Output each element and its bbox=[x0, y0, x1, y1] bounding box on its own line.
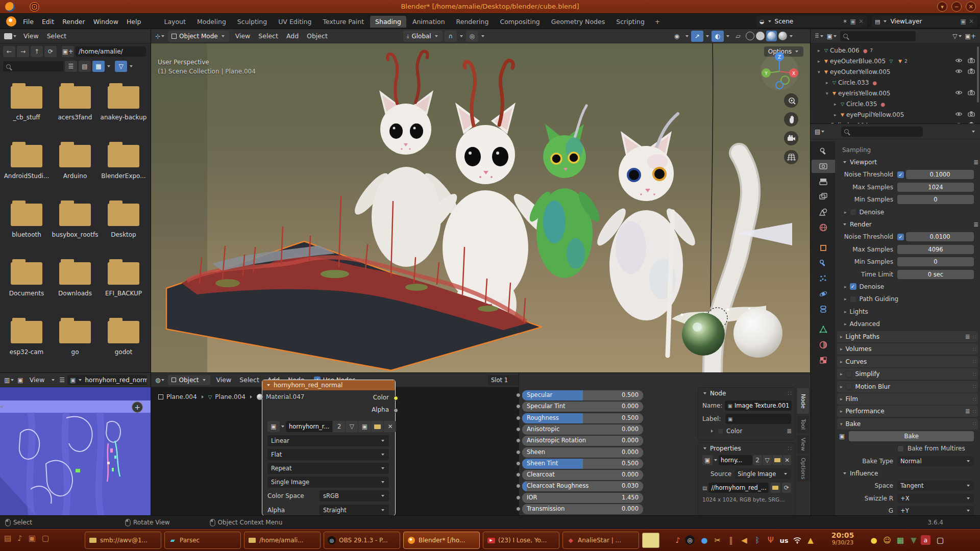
menu-view[interactable]: View bbox=[20, 32, 42, 40]
object-properties-tab[interactable] bbox=[812, 241, 835, 255]
clock[interactable]: 20:05 9/30/23 bbox=[824, 531, 862, 546]
outliner-search-input[interactable] bbox=[840, 31, 916, 41]
checkbox[interactable]: ✓ bbox=[850, 283, 856, 290]
source-dropdown[interactable]: Single Image bbox=[734, 469, 791, 479]
folder-item-godot[interactable]: godot bbox=[100, 317, 147, 356]
drag-grip-icon[interactable]: ∷ bbox=[973, 334, 976, 340]
value-field[interactable]: 0 bbox=[897, 195, 974, 204]
back-button[interactable]: ← bbox=[3, 46, 15, 57]
value-field[interactable]: 0 bbox=[897, 257, 974, 266]
bsdf-slider-clearcoat[interactable]: Clearcoat0.000 bbox=[522, 470, 643, 480]
calculator-icon[interactable]: ▦ bbox=[894, 533, 906, 548]
create-directory-button[interactable]: ▣+ bbox=[62, 46, 74, 57]
editor-type-button[interactable]: ⠿ bbox=[815, 33, 824, 40]
reload-icon[interactable]: ⟳ bbox=[782, 483, 791, 493]
workspace-tab-rendering[interactable]: Rendering bbox=[451, 16, 494, 28]
launcher-doc-icon[interactable]: ▢ bbox=[42, 534, 49, 543]
workspace-tab-scripting[interactable]: Scripting bbox=[611, 16, 650, 28]
fake-user-shield-icon[interactable]: ▽ bbox=[346, 421, 358, 432]
folder-item-blenderexpo[interactable]: BlenderExpo... bbox=[100, 141, 147, 180]
visibility-eye-icon[interactable]: ◉ bbox=[671, 31, 683, 42]
checkbox[interactable] bbox=[897, 445, 904, 452]
unlink-icon[interactable]: ✕ bbox=[783, 455, 791, 465]
bsdf-slider-ior[interactable]: IOR1.450 bbox=[522, 493, 643, 503]
menu-window[interactable]: Window bbox=[90, 17, 122, 26]
wifi-icon[interactable] bbox=[791, 533, 803, 548]
output-properties-tab[interactable] bbox=[812, 175, 835, 188]
editor-type-button[interactable]: ▥ bbox=[4, 377, 15, 384]
image-name-field[interactable]: hornyhorn_r... bbox=[286, 421, 332, 432]
input-socket[interactable] bbox=[516, 416, 521, 420]
constraints-properties-tab[interactable] bbox=[812, 303, 835, 316]
tool-properties-tab[interactable] bbox=[812, 144, 835, 158]
unlink-scene-icon[interactable]: ✕ bbox=[859, 18, 864, 25]
panel-film[interactable]: ▸Film∷ bbox=[837, 393, 978, 405]
value-field[interactable]: 4096 bbox=[897, 245, 974, 254]
book-icon[interactable]: a bbox=[921, 535, 930, 545]
remove-layer-icon[interactable]: ✕ bbox=[969, 18, 974, 25]
expand-arrow-icon[interactable]: ▾ bbox=[818, 69, 824, 74]
hamburger-menu-icon[interactable]: ☰ bbox=[59, 377, 65, 384]
subsection-viewport[interactable]: Viewport≣ bbox=[837, 157, 978, 167]
material-preview-button[interactable] bbox=[766, 31, 777, 41]
path-field[interactable]: /home/amalie/ bbox=[76, 46, 146, 57]
folder-item-downloads[interactable]: Downloads bbox=[52, 258, 99, 297]
properties-search-input[interactable] bbox=[841, 127, 923, 137]
modifiers-properties-tab[interactable] bbox=[812, 257, 835, 270]
bluetooth-icon[interactable]: ᛒ bbox=[751, 533, 764, 548]
bsdf-slider-specular[interactable]: Specular0.500 bbox=[522, 390, 643, 400]
updates-icon[interactable]: ▲ bbox=[804, 533, 817, 548]
physics-properties-tab[interactable] bbox=[812, 287, 835, 300]
taskbar-window-smb-awv-1[interactable]: smb://awv@1... bbox=[85, 532, 161, 549]
camera-view-icon[interactable] bbox=[784, 131, 798, 145]
disable-render-icon[interactable] bbox=[968, 90, 975, 97]
mode-selector[interactable]: Object Mode bbox=[168, 31, 229, 42]
presets-icon[interactable]: ≣ bbox=[965, 333, 970, 340]
show-gizmo-button[interactable]: ↗ bbox=[691, 31, 703, 42]
panel-motion-blur[interactable]: ▸Motion Blur∷ bbox=[837, 381, 978, 392]
workspace-tab-sculpting[interactable]: Sculpting bbox=[232, 16, 272, 28]
disable-render-icon[interactable] bbox=[968, 68, 975, 76]
unlink-icon[interactable]: ✕ bbox=[384, 421, 396, 432]
display-mode-button[interactable]: ▣ bbox=[827, 33, 838, 40]
drag-grip-icon[interactable]: ∷ bbox=[973, 371, 976, 377]
menu-view[interactable]: View bbox=[232, 32, 254, 40]
scene-properties-tab[interactable] bbox=[812, 206, 835, 219]
checkbox[interactable] bbox=[846, 371, 852, 378]
zoom-tool-icon[interactable] bbox=[784, 93, 798, 108]
view-layer-selector[interactable]: ▤ ViewLayer ▣ ✕ bbox=[872, 16, 977, 27]
workspace-tab-shading[interactable]: Shading bbox=[370, 16, 406, 28]
object-data-properties-tab[interactable] bbox=[812, 323, 835, 336]
collapsed-lights[interactable]: ▸Lights bbox=[837, 306, 978, 317]
bsdf-slider-anisotropic-rotation[interactable]: Anisotropic Rotation0.000 bbox=[522, 436, 643, 446]
value-field[interactable]: 0.0100 bbox=[906, 232, 974, 241]
launcher-files-icon[interactable]: ▣ bbox=[29, 534, 36, 543]
new-scene-icon[interactable]: ▣ bbox=[850, 18, 856, 25]
checkbox[interactable] bbox=[850, 209, 856, 215]
expand-arrow-icon[interactable]: ▸ bbox=[818, 59, 824, 64]
pin-icon[interactable]: ✶ bbox=[843, 18, 848, 25]
show-overlays-button[interactable]: ◐ bbox=[712, 31, 724, 42]
collapsed-path-guiding[interactable]: ▸Path Guiding bbox=[837, 294, 978, 305]
checkbox[interactable] bbox=[850, 296, 856, 303]
outliner-item-circle-033[interactable]: ▸▽Circle.033● bbox=[811, 78, 980, 88]
close-button[interactable]: ✕ bbox=[966, 2, 976, 12]
menu-select[interactable]: Select bbox=[236, 375, 263, 384]
drag-grip-icon[interactable]: ∷ bbox=[973, 384, 976, 389]
outliner-item-eyeouterblue-005[interactable]: ▸▼eyeOuterBlue.005▽▼2 bbox=[811, 56, 980, 66]
menu-edit[interactable]: Edit bbox=[38, 17, 58, 26]
node-label-field[interactable]: ▣ bbox=[725, 414, 791, 424]
filter-funnel-icon[interactable]: ▽ bbox=[952, 33, 962, 40]
hide-viewport-icon[interactable] bbox=[955, 111, 963, 118]
taskbar-window-home-amali[interactable]: /home/amali... bbox=[244, 532, 321, 549]
collapsed-denoise[interactable]: ▸Denoise bbox=[837, 207, 978, 217]
outliner-item-circle-035[interactable]: ▸▽Circle.035● bbox=[811, 99, 980, 109]
image-selector[interactable]: ▣ hornyhorn_red_norma bbox=[67, 375, 147, 385]
subsection-render[interactable]: Render≣ bbox=[837, 219, 978, 230]
bsdf-slider-transmission[interactable]: Transmission0.000 bbox=[522, 504, 643, 514]
vest-icon[interactable]: ▼ bbox=[908, 533, 920, 548]
bsdf-slider-specular-tint[interactable]: Specular Tint0.000 bbox=[522, 402, 643, 412]
outliner-item-cylinder-004[interactable]: ▸▼Cylinder.004▽ bbox=[811, 120, 980, 124]
menu-help[interactable]: Help bbox=[123, 17, 145, 26]
color-space-dropdown[interactable]: sRGB bbox=[320, 490, 389, 502]
